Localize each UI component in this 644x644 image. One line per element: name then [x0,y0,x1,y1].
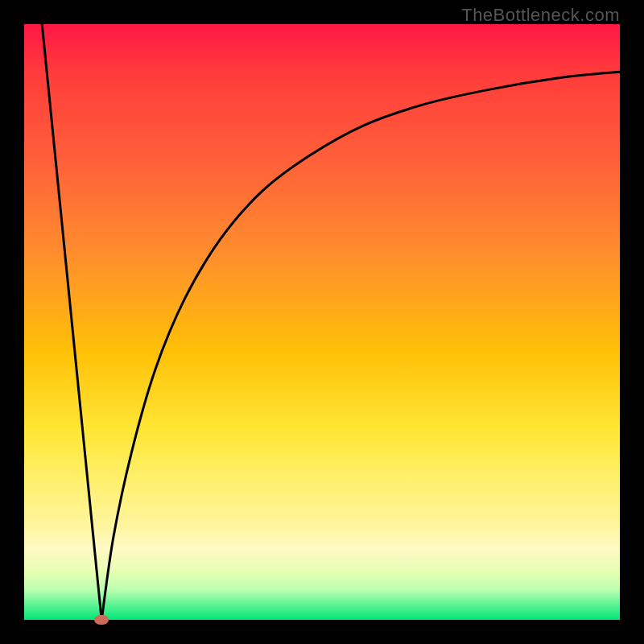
bottleneck-curve [24,24,620,620]
chart-frame: TheBottleneck.com [0,0,644,644]
curve-left-branch [42,24,101,620]
plot-area [24,24,620,620]
watermark-text: TheBottleneck.com [461,5,620,26]
optimal-point-marker [94,615,109,625]
curve-right-branch [101,72,620,620]
